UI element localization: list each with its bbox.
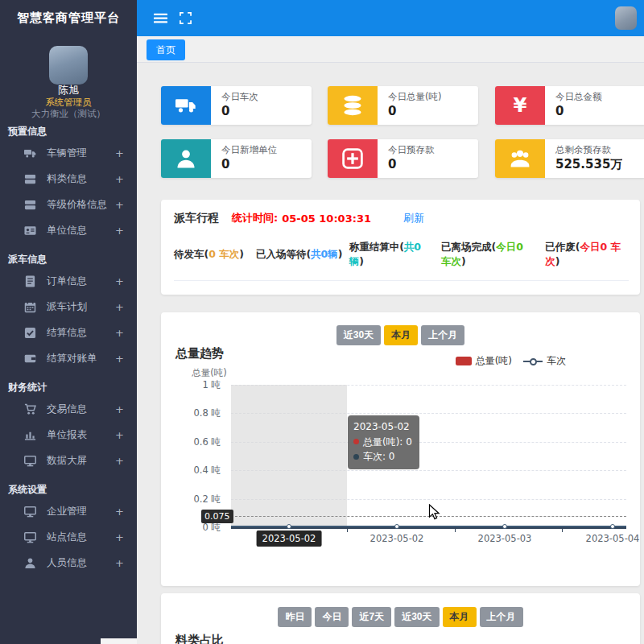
chart-legend: 总量(吨) 车次 xyxy=(456,354,566,368)
status-departed-complete[interactable]: 已离场完成(今日0 车次) xyxy=(441,240,529,269)
status-entered-waiting[interactable]: 已入场等待(共0辆) xyxy=(256,247,349,262)
stat-value: 0 xyxy=(388,104,441,118)
sidebar-item-dispatch-plan[interactable]: 派车计划 + xyxy=(0,294,137,320)
sidebar-item-unit[interactable]: 单位信息 + xyxy=(0,217,137,243)
data-point-marker[interactable] xyxy=(394,524,399,529)
y-tick: 0.6 吨 xyxy=(172,436,221,448)
data-point-marker[interactable] xyxy=(502,524,507,529)
sidebar-item-label: 人员信息 xyxy=(47,556,115,570)
user-company: 大力衡业（测试） xyxy=(0,108,137,120)
tooltip-row: 总量(吨): 0 xyxy=(353,435,412,450)
sidebar-item-settlement[interactable]: 结算信息 + xyxy=(0,320,137,345)
sidebar-item-transaction[interactable]: 交易信息 + xyxy=(0,396,137,422)
x-tick-label: 2023-05-02 xyxy=(370,533,424,544)
range-button-30days[interactable]: 近30天 xyxy=(336,325,381,345)
sidebar-item-label: 订单信息 xyxy=(47,275,115,288)
range-button-this-month[interactable]: 本月 xyxy=(443,607,477,627)
expand-plus-icon[interactable]: + xyxy=(115,429,124,441)
tab-home[interactable]: 首页 xyxy=(147,39,185,60)
app-title: 智慧客商管理平台 xyxy=(0,0,137,36)
sidebar-item-label: 企业管理 xyxy=(47,505,115,518)
sidebar-item-label: 站点信息 xyxy=(47,530,115,544)
red-dot-icon xyxy=(353,439,359,444)
sidebar-item-label: 数据大屏 xyxy=(47,454,115,468)
data-point-marker[interactable] xyxy=(610,524,615,529)
y-tick: 0.2 吨 xyxy=(172,493,221,506)
stat-card-remaining-deposit: 总剩余预存款 525.535万 xyxy=(495,139,644,178)
expand-plus-icon[interactable]: + xyxy=(115,557,124,569)
bar-chart-icon xyxy=(24,428,37,441)
legend-tonnage[interactable]: 总量(吨) xyxy=(456,354,512,368)
data-point-marker[interactable] xyxy=(287,524,291,529)
expand-plus-icon[interactable]: + xyxy=(115,199,124,211)
axis-pointer-band xyxy=(231,385,347,527)
sidebar-item-label: 车辆管理 xyxy=(47,147,115,160)
range-button-today[interactable]: 今日 xyxy=(315,607,349,627)
chart-tooltip: 2023-05-02 总量(吨): 0 车次: 0 xyxy=(348,415,419,469)
range-button-30days[interactable]: 近30天 xyxy=(394,607,439,627)
status-weighing-settling[interactable]: 称重结算中(共0辆) xyxy=(349,240,427,269)
sidebar-item-unit-report[interactable]: 单位报表 + xyxy=(0,422,137,448)
trend-panel: 近30天 本月 上个月 总量趋势 总量(吨) 车次 总量(吨) 1 吨 0.8 xyxy=(161,312,640,586)
topbar-avatar[interactable] xyxy=(615,6,637,30)
id-card-icon xyxy=(24,224,37,237)
sidebar-item-station[interactable]: 站点信息 + xyxy=(0,524,137,550)
expand-plus-icon[interactable]: + xyxy=(115,327,124,339)
stat-label: 今日车次 xyxy=(221,91,258,103)
x-tick-label: 2023-05-04 xyxy=(586,533,640,544)
refresh-link[interactable]: 刷新 xyxy=(403,211,424,225)
section-label-preset: 预置信息 xyxy=(0,122,137,140)
check-square-icon xyxy=(24,326,37,339)
expand-plus-icon[interactable]: + xyxy=(115,147,124,159)
expand-plus-icon[interactable]: + xyxy=(115,403,124,415)
range-button-yesterday[interactable]: 昨日 xyxy=(278,607,312,627)
x-tick-label: 2023-05-03 xyxy=(478,533,532,544)
stat-card-today-trips: 今日车次 0 xyxy=(161,86,312,125)
plus-square-icon xyxy=(328,139,378,178)
hamburger-icon[interactable] xyxy=(154,11,167,25)
expand-plus-icon[interactable]: + xyxy=(115,301,124,313)
status-voided[interactable]: 已作废(今日0 车次) xyxy=(545,240,629,269)
sidebar-item-vehicle[interactable]: 车辆管理 + xyxy=(0,140,137,166)
range-button-last-month[interactable]: 上个月 xyxy=(480,607,523,627)
expand-plus-icon[interactable]: + xyxy=(115,506,124,518)
expand-plus-icon[interactable]: + xyxy=(115,531,124,543)
sidebar-item-data-screen[interactable]: 数据大屏 + xyxy=(0,448,137,473)
expand-plus-icon[interactable]: + xyxy=(115,225,124,237)
app-root: 智慧客商管理平台 陈旭 系统管理员 大力衡业（测试） 预置信息 车辆管理 + 料… xyxy=(0,0,644,644)
sidebar-item-enterprise[interactable]: 企业管理 + xyxy=(0,498,137,524)
range-button-this-month[interactable]: 本月 xyxy=(384,325,418,345)
range-button-last-month[interactable]: 上个月 xyxy=(421,325,464,345)
sidebar-scrollbar[interactable] xyxy=(101,638,137,644)
person-icon xyxy=(161,139,211,178)
range-button-7days[interactable]: 近7天 xyxy=(352,607,391,627)
fullscreen-icon[interactable] xyxy=(179,11,192,25)
material-range-buttons: 昨日 今日 近7天 近30天 本月 上个月 xyxy=(161,593,640,627)
sidebar: 智慧客商管理平台 陈旭 系统管理员 大力衡业（测试） 预置信息 车辆管理 + 料… xyxy=(0,0,137,644)
legend-trips[interactable]: 车次 xyxy=(523,354,566,368)
tab-strip: 首页 xyxy=(137,36,644,63)
stat-time-value: 05-05 10:03:31 xyxy=(282,213,371,225)
sidebar-item-material[interactable]: 料类信息 + xyxy=(0,166,137,192)
user-avatar[interactable] xyxy=(49,46,88,85)
tooltip-row: 车次: 0 xyxy=(353,449,412,464)
status-count: 共0辆 xyxy=(311,248,338,260)
sidebar-item-grade-price[interactable]: 等级价格信息 + xyxy=(0,192,137,217)
stat-time-label: 统计时间: xyxy=(232,211,278,225)
stat-value: 0 xyxy=(388,157,435,171)
expand-plus-icon[interactable]: + xyxy=(115,275,124,287)
sidebar-item-statement[interactable]: 结算对账单 + xyxy=(0,345,137,371)
sidebar-item-label: 等级价格信息 xyxy=(47,198,115,212)
trip-status-row: 待发车(0 车次) 已入场等待(共0辆) 称重结算中(共0辆) 已离场完成(今日… xyxy=(174,240,629,281)
sidebar-item-order[interactable]: 订单信息 + xyxy=(0,268,137,294)
expand-plus-icon[interactable]: + xyxy=(115,173,124,185)
stat-label: 今日新增单位 xyxy=(221,144,277,156)
material-title: 料类占比 xyxy=(175,633,224,644)
expand-plus-icon[interactable]: + xyxy=(115,455,124,467)
status-waiting-departure[interactable]: 待发车(0 车次) xyxy=(174,247,256,262)
sidebar-item-personnel[interactable]: 人员信息 + xyxy=(0,550,137,576)
trip-panel: 派车行程 统计时间: 05-05 10:03:31 刷新 待发车(0 车次) 已… xyxy=(161,200,640,295)
expand-plus-icon[interactable]: + xyxy=(115,353,124,365)
sidebar-item-label: 料类信息 xyxy=(47,172,115,186)
stat-value: 525.535万 xyxy=(555,157,622,172)
